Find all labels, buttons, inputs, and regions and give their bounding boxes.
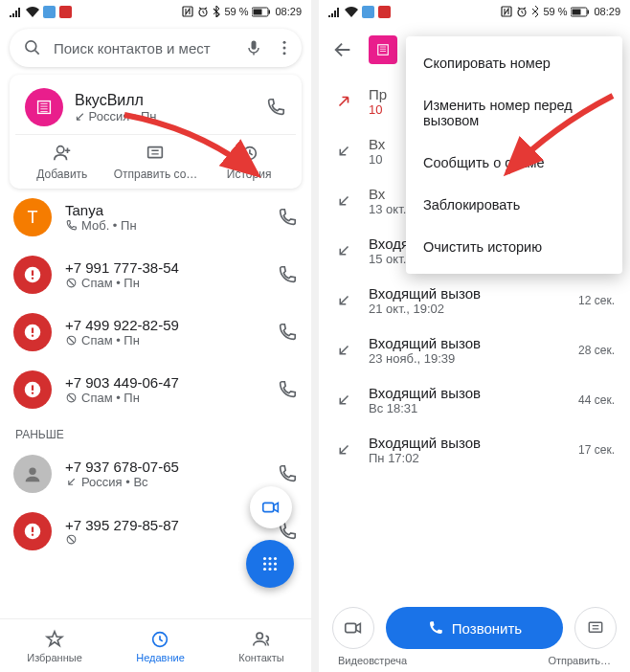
svg-rect-12 [148, 147, 163, 158]
call-button[interactable]: Позвонить [386, 607, 563, 649]
history-item[interactable]: Входящий вызовПн 17:0217 сек. [319, 425, 630, 475]
call-bar: Позвонить Видеовстреча Отправить… [319, 597, 630, 672]
nav-contacts-label: Контакты [238, 652, 284, 663]
time-text: 08:29 [275, 6, 302, 17]
recent-calls-list: TTanyaМоб. • Пн+7 991 777-38-54Спам • Пн… [0, 189, 311, 418]
mic-icon[interactable] [244, 38, 263, 57]
incoming-call-icon [334, 242, 353, 259]
nav-recent[interactable]: Недавние [136, 629, 185, 663]
svg-point-9 [283, 52, 286, 55]
svg-point-11 [56, 146, 63, 153]
svg-point-15 [32, 277, 34, 279]
nav-recent-label: Недавние [136, 652, 185, 663]
message-button[interactable] [574, 607, 617, 649]
call-icon[interactable] [277, 379, 298, 400]
spam-avatar [13, 313, 52, 351]
svg-rect-44 [378, 45, 389, 56]
svg-point-28 [263, 557, 266, 560]
svg-point-32 [268, 562, 271, 565]
video-fab[interactable] [250, 486, 292, 528]
call-name: +7 395 279-85-87 [65, 517, 263, 533]
svg-point-33 [274, 562, 277, 565]
more-icon[interactable] [275, 38, 294, 57]
section-header-earlier: РАНЬШЕ [0, 418, 311, 445]
history-item[interactable]: Входящий вызов23 нояб., 19:3928 сек. [319, 325, 630, 375]
history-date: Вс 18:31 [369, 401, 563, 415]
svg-rect-42 [588, 10, 590, 13]
phone-screen-left: 59 % 08:29 Поиск контактов и мест ВкусВи… [0, 0, 311, 672]
svg-rect-45 [346, 623, 356, 632]
call-icon[interactable] [277, 322, 298, 343]
nfc-icon [501, 6, 512, 17]
svg-rect-6 [252, 41, 257, 50]
menu-report-spam[interactable]: Сообщить о спаме [406, 142, 622, 184]
back-icon[interactable] [332, 39, 353, 60]
svg-point-25 [32, 533, 34, 535]
spam-avatar [13, 256, 52, 294]
incoming-call-icon [334, 192, 353, 210]
menu-clear-history[interactable]: Очистить историю [406, 226, 622, 268]
message-button[interactable]: Отправить со… [109, 143, 202, 181]
call-icon[interactable] [277, 264, 298, 285]
history-date: Пн 17:02 [369, 451, 563, 465]
search-icon [23, 38, 42, 57]
history-title: Входящий вызов [369, 435, 563, 451]
contact-avatar-small[interactable] [369, 35, 397, 64]
list-item[interactable]: TTanyaМоб. • Пн [0, 189, 311, 246]
contact-avatar[interactable] [25, 88, 63, 126]
video-label: Видеовстреча [338, 655, 407, 666]
history-duration: 44 сек. [578, 393, 615, 407]
call-name: +7 991 777-38-54 [65, 259, 263, 276]
history-date: 21 окт., 19:02 [369, 302, 563, 316]
svg-point-8 [283, 47, 286, 50]
bluetooth-icon [531, 6, 539, 17]
svg-point-18 [32, 334, 34, 336]
video-call-button[interactable] [332, 607, 374, 649]
phone-screen-right: 59 % 08:29 Скопировать номер Изменить но… [319, 0, 630, 672]
spam-avatar [13, 370, 52, 409]
app-icon [59, 6, 72, 18]
svg-point-21 [32, 392, 34, 393]
menu-copy-number[interactable]: Скопировать номер [406, 42, 622, 84]
history-duration: 17 сек. [578, 443, 615, 457]
list-item[interactable]: +7 991 777-38-54Спам • Пн [0, 246, 311, 303]
spam-avatar [13, 512, 52, 550]
incoming-call-icon [334, 143, 353, 160]
history-button[interactable]: История [203, 143, 296, 181]
svg-point-35 [268, 568, 271, 571]
call-name: +7 903 449-06-47 [65, 374, 263, 391]
list-item[interactable]: +7 903 449-06-47Спам • Пн [0, 361, 311, 418]
history-title: Входящий вызов [369, 385, 563, 401]
call-subtitle: Россия • Вс [65, 475, 263, 489]
call-icon[interactable] [265, 97, 286, 118]
svg-point-29 [268, 557, 271, 560]
dialpad-fab[interactable] [246, 540, 294, 588]
call-icon[interactable] [277, 207, 298, 228]
history-title: Входящий вызов [369, 285, 563, 302]
svg-point-30 [274, 557, 277, 560]
menu-block[interactable]: Заблокировать [406, 184, 622, 226]
menu-edit-number[interactable]: Изменить номер перед вызовом [406, 84, 622, 142]
app-icon [43, 6, 56, 18]
add-label: Добавить [36, 168, 87, 181]
list-item[interactable]: +7 499 922-82-59Спам • Пн [0, 303, 311, 361]
search-bar[interactable]: Поиск контактов и мест [10, 29, 302, 67]
nfc-icon [182, 6, 193, 17]
call-subtitle: Спам • Пн [65, 391, 263, 405]
call-icon[interactable] [277, 463, 298, 484]
call-name: Tanya [65, 202, 263, 218]
svg-rect-46 [589, 622, 601, 632]
history-item[interactable]: Входящий вызовВс 18:3144 сек. [319, 375, 630, 425]
contact-subtitle: ↙ Россия • Пн [75, 109, 254, 123]
avatar: T [13, 198, 52, 236]
history-item[interactable]: Входящий вызов21 окт., 19:0212 сек. [319, 276, 630, 325]
time-text: 08:29 [594, 6, 620, 17]
nav-favorites[interactable]: Избранные [27, 629, 82, 663]
nav-contacts[interactable]: Контакты [238, 629, 284, 663]
add-contact-button[interactable]: Добавить [15, 143, 108, 181]
history-duration: 12 сек. [578, 294, 615, 307]
call-name: +7 499 922-82-59 [65, 317, 263, 333]
incoming-call-icon [334, 441, 353, 459]
message-label: Отправить со… [114, 168, 198, 181]
svg-point-23 [29, 468, 35, 475]
